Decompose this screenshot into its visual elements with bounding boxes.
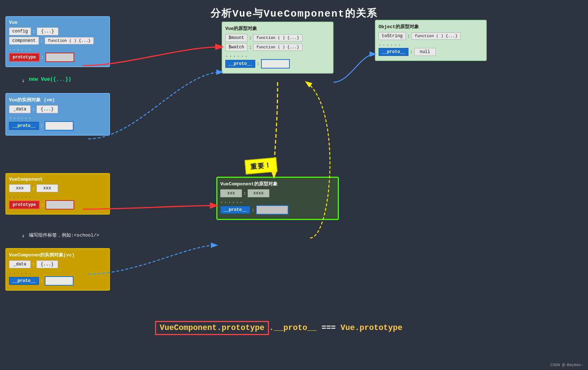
op-tostring-value: function ( ) {...} [411, 32, 461, 40]
vue-dots1: ...... [9, 46, 106, 52]
vm-dots: ...... [9, 115, 106, 120]
down-arrow-vc: ⇓ [22, 233, 25, 239]
vm-data-key: _data [9, 105, 31, 113]
vcp-proto-value [256, 205, 288, 215]
vue-component-row: component : function ( ) {...} [9, 37, 106, 45]
vue-proto-title: Vue的原型对象 [225, 25, 330, 32]
write-component-label: 编写组件标签，例如:<school/> [29, 232, 99, 238]
vm-proto-row: __proto__ : [9, 121, 106, 131]
op-proto-null-value: null [414, 48, 436, 56]
formula-proto1: .prototype [217, 323, 264, 332]
op-proto-row: __proto__ : null [379, 48, 483, 56]
vcp-title: VueComponent的原型对象 [220, 181, 335, 187]
formula-vue: Vue [341, 323, 355, 332]
vue-prototype-key: prototype [9, 53, 40, 62]
vc-instance-proto-value [45, 276, 74, 286]
vue-prototype-row: prototype : [9, 53, 106, 62]
vuecomponent-title: VueComponent [9, 177, 106, 182]
vcp-xxx-row: xxx : xxxx [220, 189, 335, 197]
vuecomponent-proto-box: VueComponent的原型对象 xxx : xxxx ...... __pr… [216, 177, 339, 220]
op-tostring-row: toString : function ( ) {...} [379, 32, 483, 40]
formula-proto3: .prototype [355, 323, 402, 332]
formula-vc: VueComponent [160, 323, 217, 332]
vcp-proto-row: __proto__ : [220, 205, 335, 215]
formula-container: VueComponent.prototype .__proto__ === Vu… [155, 321, 402, 335]
vc-xxx-key: xxx [9, 184, 31, 192]
vp-proto-row: __proto__ : [225, 59, 330, 69]
vue-box-title: Vue [9, 20, 106, 25]
vue-config-value: {...} [37, 27, 58, 35]
important-badge: 重要！ [244, 157, 277, 175]
vm-data-value: {...} [36, 105, 58, 113]
vc-prototype-value [45, 200, 74, 210]
vp-watch-row: $watch : function ( ) {...} [225, 43, 330, 51]
vm-proto-value [45, 121, 74, 131]
vp-mount-key: $mount [225, 34, 247, 42]
vue-config-row: config : {...} [9, 27, 106, 35]
vue-component-value: function ( ) {...} [45, 37, 94, 44]
vcp-proto-key: __proto__ [220, 206, 250, 214]
new-vue-label: new Vue({...}) [29, 76, 71, 82]
vc-instance-proto-row: __proto__ : [9, 276, 106, 286]
vue-instance-box: Vue的实例对象 (vm) _data : {...} ...... __pro… [5, 93, 110, 136]
vp-watch-value: function ( ) {...} [253, 44, 302, 51]
vcp-xxx-key: xxx [220, 189, 242, 197]
vcp-xxxx-value: xxxx [248, 189, 269, 197]
vp-mount-row: $mount : function ( ) {...} [225, 34, 330, 42]
formula-eq: === [317, 323, 341, 332]
op-tostring-key: toString [379, 32, 406, 40]
vm-data-row: _data : {...} [9, 105, 106, 113]
object-proto-box: Object的原型对象 toString : function ( ) {...… [375, 20, 487, 61]
vc-xxx-value: xxx [36, 184, 58, 192]
vuecomponent-instance-box: VueComponen的实例对象(vc) _data : {...} .....… [5, 248, 110, 291]
op-proto-key: __proto__ [379, 48, 408, 56]
vp-watch-key: $watch [225, 43, 247, 51]
vc-prototype-row: prototype : [9, 200, 106, 210]
vp-proto-value [261, 59, 290, 69]
vcp-dots: ...... [220, 199, 335, 204]
vc-instance-dots: ...... [9, 270, 106, 275]
vp-dots: ...... [225, 53, 330, 58]
vue-box: Vue config : {...} component : function … [5, 16, 110, 67]
vc-instance-title: VueComponen的实例对象(vc) [9, 252, 106, 258]
vp-proto-key: __proto__ [225, 60, 255, 68]
vc-data-row: _data : {...} [9, 260, 106, 268]
vc-dots: ...... [9, 194, 106, 199]
vue-component-key: component [9, 37, 39, 45]
down-arrow-vue: ⇓ [22, 78, 25, 84]
vm-proto-key: __proto__ [9, 122, 39, 130]
vue-proto-box: Vue的原型对象 $mount : function ( ) {...} $wa… [222, 22, 333, 74]
op-dots: ...... [379, 41, 483, 47]
csdn-label: CSDN @-Baymax- [551, 363, 584, 367]
vc-prototype-key: prototype [9, 201, 40, 209]
vc-xxx-row: xxx : xxx [9, 184, 106, 192]
vue-prototype-value [45, 53, 74, 62]
vue-instance-title: Vue的实例对象 (vm) [9, 97, 106, 103]
object-proto-title: Object的原型对象 [379, 23, 483, 30]
vue-config-key: config [9, 27, 31, 35]
vc-instance-proto-key: __proto__ [9, 277, 39, 285]
vp-mount-value: function ( ) {...} [253, 34, 302, 41]
vc-data-value: {...} [36, 260, 58, 268]
vc-data-key: _data [9, 260, 31, 268]
formula-proto2: .__proto__ [269, 323, 317, 332]
vuecomponent-box: VueComponent xxx : xxx ...... prototype … [5, 173, 110, 215]
